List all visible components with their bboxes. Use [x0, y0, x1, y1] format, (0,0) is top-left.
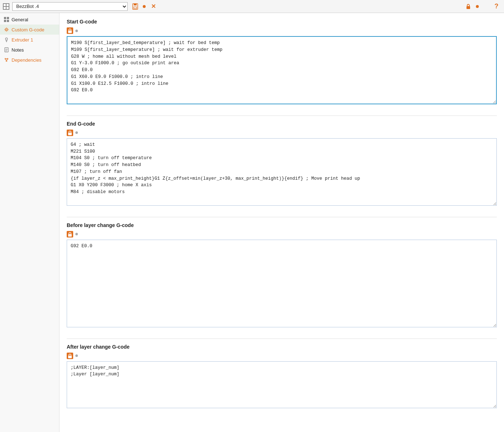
before-layer-gcode-section: Before layer change G-code — [67, 222, 497, 328]
after-layer-dot — [75, 354, 78, 357]
sidebar-label-notes: Notes — [12, 47, 24, 53]
start-gcode-lock-icon — [67, 27, 73, 34]
sidebar-label-dependencies: Dependencies — [12, 57, 41, 63]
before-layer-dot — [75, 233, 78, 235]
extruder-icon — [4, 37, 9, 43]
title-bar: BezzBot .4 ✕ ? — [0, 0, 504, 13]
after-layer-lock-icon — [67, 353, 73, 359]
sidebar: General Custom G-code Extruder 1 — [0, 13, 59, 432]
after-layer-gcode-header — [67, 353, 497, 359]
sidebar-item-notes[interactable]: Notes — [0, 45, 59, 55]
sidebar-label-custom-gcode: Custom G-code — [12, 27, 44, 32]
svg-rect-27 — [68, 234, 72, 236]
before-layer-gcode-header — [67, 231, 497, 237]
gear-icon — [4, 27, 9, 32]
start-gcode-dot — [75, 30, 78, 32]
svg-rect-9 — [4, 17, 6, 19]
help-button[interactable]: ? — [492, 2, 501, 11]
start-gcode-textarea[interactable] — [67, 36, 497, 104]
sidebar-item-extruder1[interactable]: Extruder 1 — [0, 35, 59, 45]
sidebar-label-extruder1: Extruder 1 — [12, 37, 33, 43]
lock-button[interactable] — [464, 2, 473, 11]
svg-rect-3 — [4, 7, 6, 9]
sidebar-item-general[interactable]: General — [0, 14, 59, 25]
start-gcode-section: Start G-code — [67, 19, 497, 105]
svg-rect-10 — [7, 17, 9, 19]
svg-rect-2 — [6, 4, 9, 6]
save-button[interactable] — [131, 2, 140, 11]
after-layer-gcode-section: After layer change G-code — [67, 344, 497, 410]
svg-rect-7 — [134, 7, 137, 9]
lock-dot — [476, 5, 479, 8]
end-gcode-section: End G-code — [67, 121, 497, 207]
svg-rect-12 — [7, 20, 9, 22]
profile-dropdown[interactable]: BezzBot .4 — [12, 2, 128, 11]
svg-rect-26 — [68, 132, 72, 135]
before-layer-gcode-textarea[interactable] — [67, 240, 497, 327]
grid-icon — [4, 17, 9, 22]
end-gcode-header — [67, 130, 497, 136]
start-gcode-title: Start G-code — [67, 19, 497, 25]
after-layer-gcode-textarea[interactable] — [67, 361, 497, 409]
link-icon — [4, 57, 9, 63]
svg-rect-1 — [4, 4, 6, 6]
content-area: Start G-code End G-code — [59, 13, 504, 432]
svg-rect-28 — [68, 355, 72, 358]
svg-rect-8 — [467, 6, 470, 9]
before-layer-lock-icon — [67, 231, 73, 237]
svg-point-13 — [6, 29, 8, 31]
start-gcode-header — [67, 27, 497, 34]
app-icon — [3, 3, 9, 10]
svg-point-14 — [5, 38, 8, 40]
svg-rect-4 — [6, 7, 9, 9]
end-gcode-lock-icon — [67, 130, 73, 136]
end-gcode-title: End G-code — [67, 121, 497, 127]
sidebar-item-dependencies[interactable]: Dependencies — [0, 55, 59, 65]
end-gcode-dot — [75, 131, 78, 134]
end-gcode-textarea[interactable] — [67, 138, 497, 206]
svg-rect-25 — [68, 31, 72, 33]
svg-rect-6 — [134, 4, 137, 5]
discard-button[interactable]: ✕ — [149, 2, 158, 11]
sidebar-label-general: General — [12, 17, 28, 22]
sidebar-item-custom-gcode[interactable]: Custom G-code — [0, 25, 59, 35]
after-layer-gcode-title: After layer change G-code — [67, 344, 497, 350]
modified-dot — [143, 5, 146, 8]
svg-rect-11 — [4, 20, 6, 22]
notes-icon — [4, 47, 9, 53]
before-layer-gcode-title: Before layer change G-code — [67, 222, 497, 228]
